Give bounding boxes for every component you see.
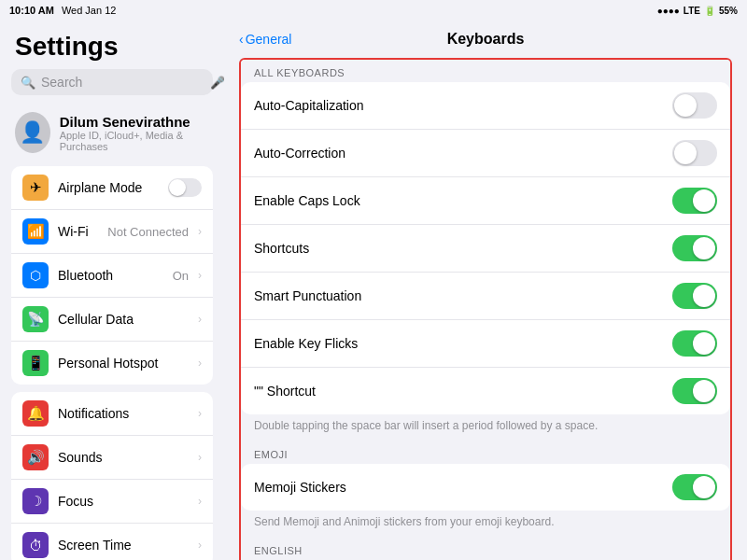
sidebar-item-bluetooth[interactable]: ⬡ Bluetooth On › <box>11 254 213 298</box>
user-subtitle: Apple ID, iCloud+, Media & Purchases <box>60 130 209 152</box>
sidebar-title: Settings <box>0 21 224 69</box>
notifications-icon: 🔔 <box>22 400 49 427</box>
mic-icon: 🎤 <box>210 76 224 90</box>
english-header: ENGLISH <box>241 538 730 560</box>
emoji-group: Memoji Stickers <box>241 464 730 511</box>
emoji-header: EMOJI <box>241 441 730 464</box>
smart-punct-row: Smart Punctuation <box>241 273 730 320</box>
english-section: ENGLISH Check Spelling Predictive Slide … <box>241 538 730 560</box>
caps-lock-toggle[interactable] <box>672 188 717 214</box>
hotspot-chevron: › <box>198 357 202 370</box>
back-chevron-icon: ‹ <box>239 32 244 47</box>
user-profile[interactable]: 👤 Dilum Senevirathne Apple ID, iCloud+, … <box>0 105 224 161</box>
sidebar-item-sounds[interactable]: 🔊 Sounds › <box>11 436 213 480</box>
search-icon: 🔍 <box>21 76 35 90</box>
smart-punct-label: Smart Punctuation <box>254 288 663 303</box>
status-bar: 10:10 AM Wed Jan 12 ●●●● LTE 🔋 55% <box>0 0 747 21</box>
memoji-toggle[interactable] <box>672 474 717 500</box>
nav-header: ‹ General Keyboards <box>224 21 747 58</box>
key-flicks-row: Enable Key Flicks <box>241 320 730 368</box>
signal-icon: ●●●● <box>657 6 680 16</box>
cellular-chevron: › <box>198 313 202 326</box>
sidebar-item-airplane-mode[interactable]: ✈ Airplane Mode <box>11 166 213 210</box>
date: Wed Jan 12 <box>62 5 117 16</box>
sidebar-item-notifications[interactable]: 🔔 Notifications › <box>11 392 213 436</box>
search-input[interactable] <box>41 75 204 90</box>
wifi-label: Wi-Fi <box>58 224 98 239</box>
emoji-footer: Send Memoji and Animoji stickers from yo… <box>241 511 730 538</box>
sidebar-item-screen-time[interactable]: ⏱ Screen Time › <box>11 524 213 560</box>
bluetooth-icon: ⬡ <box>22 262 49 288</box>
sidebar-item-cellular[interactable]: 📡 Cellular Data › <box>11 298 213 342</box>
focus-chevron: › <box>198 495 202 508</box>
battery-icon: 🔋 <box>704 6 715 16</box>
all-keyboards-footer: Double tapping the space bar will insert… <box>241 414 730 441</box>
key-flicks-label: Enable Key Flicks <box>254 336 663 351</box>
auto-cap-toggle[interactable] <box>672 92 717 119</box>
hotspot-label: Personal Hotspot <box>58 356 189 371</box>
screen-time-icon: ⏱ <box>22 532 49 558</box>
time: 10:10 AM <box>9 5 54 16</box>
sidebar-item-hotspot[interactable]: 📱 Personal Hotspot › <box>11 342 213 385</box>
keyboards-settings-box: ALL KEYBOARDS Auto-Capitalization Auto-C… <box>239 58 732 560</box>
shortcut-row: "" Shortcut <box>241 368 730 414</box>
smart-punct-toggle[interactable] <box>672 283 717 309</box>
sounds-icon: 🔊 <box>22 444 49 470</box>
search-bar[interactable]: 🔍 🎤 <box>11 69 213 95</box>
auto-correct-toggle[interactable] <box>672 140 717 166</box>
hotspot-icon: 📱 <box>22 350 49 376</box>
all-keyboards-section: ALL KEYBOARDS Auto-Capitalization Auto-C… <box>241 60 730 441</box>
sounds-label: Sounds <box>58 450 189 465</box>
cellular-label: Cellular Data <box>58 312 189 327</box>
caps-lock-label: Enable Caps Lock <box>254 193 663 208</box>
wifi-chevron: › <box>198 225 202 238</box>
sidebar-item-focus[interactable]: ☽ Focus › <box>11 480 213 524</box>
user-name: Dilum Senevirathne <box>60 114 209 130</box>
shortcut-toggle[interactable] <box>672 378 717 404</box>
sounds-chevron: › <box>198 451 202 464</box>
page-title: Keyboards <box>447 31 525 48</box>
airplane-icon: ✈ <box>22 175 49 201</box>
auto-cap-label: Auto-Capitalization <box>254 98 663 113</box>
airplane-toggle[interactable] <box>168 178 202 197</box>
focus-label: Focus <box>58 494 189 509</box>
shortcuts-label: Shortcuts <box>254 241 663 256</box>
bluetooth-value: On <box>173 269 189 283</box>
screen-time-label: Screen Time <box>58 538 189 553</box>
notifications-chevron: › <box>198 407 202 420</box>
all-keyboards-group: Auto-Capitalization Auto-Correction Enab… <box>241 82 730 414</box>
bluetooth-label: Bluetooth <box>58 268 163 283</box>
memoji-row: Memoji Stickers <box>241 464 730 511</box>
cellular-icon: 📡 <box>22 306 49 332</box>
key-flicks-toggle[interactable] <box>672 330 717 357</box>
shortcuts-row: Shortcuts <box>241 225 730 273</box>
notifications-label: Notifications <box>58 406 189 421</box>
shortcuts-toggle[interactable] <box>672 235 717 261</box>
nav-back-button[interactable]: ‹ General <box>239 32 291 47</box>
sidebar-section-2: 🔔 Notifications › 🔊 Sounds › ☽ Focus › ⏱… <box>11 392 213 560</box>
all-keyboards-header: ALL KEYBOARDS <box>241 60 730 82</box>
user-info: Dilum Senevirathne Apple ID, iCloud+, Me… <box>60 114 209 152</box>
memoji-label: Memoji Stickers <box>254 480 663 495</box>
main-content: ‹ General Keyboards ALL KEYBOARDS Auto-C… <box>224 0 747 560</box>
sidebar-item-wifi[interactable]: 📶 Wi-Fi Not Connected › <box>11 210 213 254</box>
network-icon: LTE <box>684 6 700 16</box>
sidebar-list: ✈ Airplane Mode 📶 Wi-Fi Not Connected › … <box>0 166 224 560</box>
auto-correct-label: Auto-Correction <box>254 146 663 161</box>
sidebar-section-1: ✈ Airplane Mode 📶 Wi-Fi Not Connected › … <box>11 166 213 385</box>
bluetooth-chevron: › <box>198 269 202 282</box>
airplane-label: Airplane Mode <box>58 180 159 195</box>
screen-time-chevron: › <box>198 539 202 552</box>
wifi-value: Not Connected <box>107 225 189 239</box>
emoji-section: EMOJI Memoji Stickers Send Memoji and An… <box>241 441 730 538</box>
settings-scroll: ALL KEYBOARDS Auto-Capitalization Auto-C… <box>224 58 747 560</box>
back-label: General <box>246 32 292 47</box>
wifi-icon: 📶 <box>22 218 49 245</box>
avatar: 👤 <box>15 112 50 153</box>
sidebar: Settings 🔍 🎤 👤 Dilum Senevirathne Apple … <box>0 0 224 560</box>
focus-icon: ☽ <box>22 488 49 514</box>
auto-correct-row: Auto-Correction <box>241 130 730 177</box>
shortcut-label: "" Shortcut <box>254 384 663 399</box>
battery-level: 55% <box>719 6 738 16</box>
caps-lock-row: Enable Caps Lock <box>241 177 730 225</box>
